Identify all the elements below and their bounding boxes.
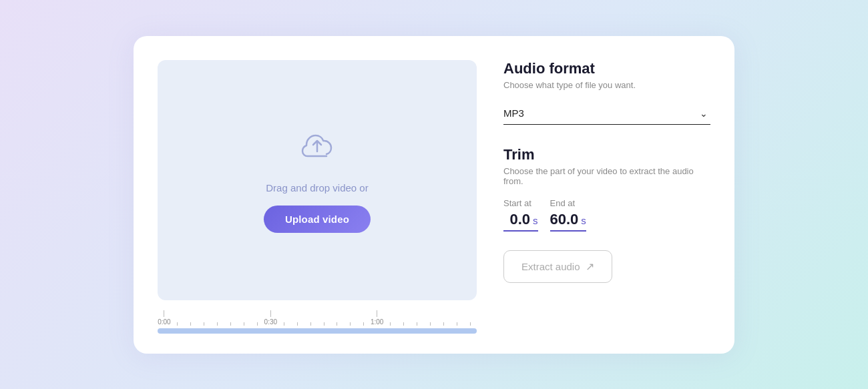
ruler-tick: 0:30 (264, 310, 277, 326)
timeline-bar[interactable] (158, 328, 477, 334)
start-at-label: Start at (503, 198, 531, 208)
end-at-value[interactable]: 60.0 (550, 211, 579, 228)
timeline-area: 0:000:301:00 (158, 311, 477, 334)
trim-desc: Choose the part of your video to extract… (503, 166, 710, 186)
start-at-value[interactable]: 0.0 (503, 211, 530, 228)
ruler-tick (397, 322, 411, 326)
end-at-field: End at 60.0 s (550, 198, 586, 232)
ruler-tick: 0:00 (158, 310, 171, 326)
audio-format-title: Audio format (503, 60, 710, 77)
tick-label: 0:00 (158, 318, 170, 326)
trim-section: Trim Choose the part of your video to ex… (503, 146, 710, 283)
left-panel: Drag and drop video or Upload video 0:00… (158, 60, 477, 334)
ruler-tick (411, 322, 424, 326)
right-panel: Audio format Choose what type of file yo… (503, 60, 710, 334)
ruler-tick (450, 322, 463, 326)
main-card: Drag and drop video or Upload video 0:00… (134, 36, 734, 354)
ruler-tick (463, 322, 477, 326)
ruler-tick (171, 322, 184, 326)
tick-label: 0:30 (264, 318, 277, 326)
drop-zone[interactable]: Drag and drop video or Upload video (158, 60, 477, 300)
start-at-unit: s (533, 215, 538, 226)
ruler-tick (250, 322, 264, 326)
ruler-tick (238, 322, 251, 326)
ruler-tick (304, 322, 317, 326)
tick-label: 1:00 (371, 318, 383, 326)
ruler-tick (317, 322, 331, 326)
ruler-tick (277, 322, 290, 326)
upload-cloud-icon (297, 127, 337, 170)
audio-format-section: Audio format Choose what type of file yo… (503, 60, 710, 146)
upload-video-button[interactable]: Upload video (264, 206, 371, 233)
ruler-tick (331, 322, 344, 326)
ruler-tick (423, 322, 437, 326)
ruler-tick: 1:00 (371, 310, 384, 326)
ruler-tick (384, 322, 397, 326)
ruler-tick (357, 322, 371, 326)
end-at-input-wrap[interactable]: 60.0 s (550, 211, 586, 232)
ruler-tick (344, 322, 357, 326)
format-select-wrapper: MP3WAVAACOGGFLAC ⌄ (503, 102, 710, 125)
ruler-tick (437, 322, 450, 326)
ruler-tick (184, 322, 198, 326)
ruler-tick (198, 322, 211, 326)
trim-controls: Start at 0.0 s End at 60.0 s (503, 198, 710, 232)
ruler-ticks: 0:000:301:00 (158, 310, 477, 326)
extract-audio-label: Extract audio (521, 261, 580, 272)
timeline-ruler: 0:000:301:00 (158, 311, 477, 326)
extract-audio-button[interactable]: Extract audio ↗ (503, 250, 612, 283)
arrow-icon: ↗ (586, 260, 594, 273)
trim-title: Trim (503, 146, 710, 163)
start-at-input-wrap[interactable]: 0.0 s (503, 211, 538, 232)
end-at-unit: s (581, 215, 586, 226)
ruler-tick (290, 322, 304, 326)
end-at-label: End at (550, 198, 576, 208)
ruler-tick (224, 322, 238, 326)
drag-drop-text: Drag and drop video or (266, 182, 368, 193)
start-at-field: Start at 0.0 s (503, 198, 538, 232)
ruler-tick (211, 322, 224, 326)
format-select[interactable]: MP3WAVAACOGGFLAC (503, 102, 710, 125)
audio-format-desc: Choose what type of file you want. (503, 80, 710, 90)
